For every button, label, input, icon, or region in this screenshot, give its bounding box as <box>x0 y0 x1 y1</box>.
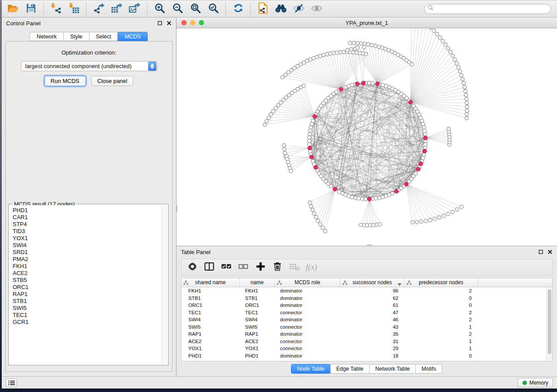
zoom-fit-button[interactable] <box>187 2 203 16</box>
table-row[interactable]: YOX1YOX1connector291 <box>181 345 547 352</box>
table-row[interactable]: SWI5SWI5connector431 <box>181 323 547 331</box>
first-neighbors-button[interactable] <box>273 2 289 16</box>
toolbar-separator <box>43 3 44 15</box>
task-history-button[interactable] <box>6 378 17 387</box>
mcds-result-item[interactable]: STP4 <box>13 221 167 228</box>
mcds-result-item[interactable]: ACE2 <box>13 270 167 277</box>
zoom-selected-button[interactable] <box>205 2 221 16</box>
network-canvas[interactable] <box>176 28 557 246</box>
refresh-layout-button[interactable] <box>230 2 246 16</box>
run-mcds-button[interactable]: Run MCDS <box>45 76 86 86</box>
shared-column-icon <box>343 280 347 286</box>
select-all-button[interactable] <box>221 261 232 273</box>
search-input[interactable] <box>436 6 547 12</box>
table-tab-motifs[interactable]: Motifs <box>415 364 442 374</box>
zoom-out-button[interactable] <box>170 2 185 16</box>
window-minimize-icon[interactable] <box>190 20 195 25</box>
table-row[interactable]: ORC1ORC1dominator610 <box>181 302 547 309</box>
delete-column-button[interactable] <box>272 261 283 273</box>
table-tab-network-table[interactable]: Network Table <box>369 364 416 374</box>
column-header-name[interactable]: name <box>240 278 275 287</box>
save-session-button[interactable] <box>23 2 39 16</box>
hide-graphics-details-button[interactable] <box>291 2 307 16</box>
window-close-icon[interactable] <box>181 20 187 25</box>
table-cell: SWI5 <box>240 324 275 330</box>
import-table-button[interactable] <box>66 2 82 16</box>
optimization-select[interactable]: largest connected component (undirected) <box>21 61 157 71</box>
mcds-result-item[interactable]: SWI5 <box>13 305 167 312</box>
table-tab-node-table[interactable]: Node Table <box>291 364 331 374</box>
export-image-button[interactable] <box>127 2 142 16</box>
close-panel-button[interactable]: Close panel <box>91 76 134 86</box>
control-panel-tab-style[interactable]: Style <box>63 32 90 41</box>
table-row[interactable]: PHD1PHD1dominator180 <box>181 352 547 360</box>
show-graphics-details-button[interactable] <box>309 2 325 16</box>
vertical-splitter-handle[interactable] <box>176 205 177 212</box>
mcds-result-item[interactable]: SRD1 <box>13 249 167 256</box>
table-row[interactable]: SWI4SWI4dominator462 <box>181 316 547 323</box>
mcds-result-item[interactable]: SWI4 <box>13 242 167 249</box>
close-table-panel-icon[interactable] <box>547 249 553 254</box>
mcds-result-item[interactable]: ORC1 <box>13 284 167 291</box>
save-icon <box>26 3 36 15</box>
mcds-result-item[interactable]: FKH1 <box>13 263 167 270</box>
mcds-result-item[interactable]: GCR1 <box>13 319 167 326</box>
table-row[interactable]: FKH1FKH1dominator962 <box>181 287 547 295</box>
column-header-shared-name[interactable]: shared name <box>181 278 240 287</box>
table-cell: YOX1 <box>181 346 240 351</box>
table-cell: 2 <box>405 317 478 322</box>
mcds-result-item[interactable]: PMA2 <box>13 256 167 263</box>
mcds-result-item[interactable]: RAP1 <box>13 291 167 298</box>
exportimg-icon <box>129 3 141 15</box>
selectall-icon <box>221 263 232 271</box>
window-zoom-icon[interactable] <box>199 20 204 25</box>
table-cell: connector <box>275 339 340 344</box>
table-cell: 2 <box>405 331 478 337</box>
mcds-result-item[interactable]: TEC1 <box>13 312 167 319</box>
mcds-result-item[interactable]: TID3 <box>13 228 167 235</box>
table-row[interactable]: STB1STB1dominator620 <box>181 295 547 302</box>
unselect-all-button[interactable] <box>238 261 249 273</box>
create-column-button[interactable] <box>255 261 266 273</box>
float-table-panel-icon[interactable] <box>538 249 543 254</box>
table-scrollbar-thumb[interactable] <box>548 289 551 354</box>
table-cell: 31 <box>340 339 405 344</box>
memory-button[interactable]: Memory <box>518 378 553 387</box>
table-cell: ACE2 <box>240 339 275 344</box>
table-row[interactable]: RAP1RAP1dominator352 <box>181 330 547 338</box>
table-cell: SWI4 <box>240 317 275 322</box>
mcds-result-item[interactable]: CAR1 <box>13 214 167 221</box>
shared-column-icon <box>277 280 282 286</box>
memory-status-icon <box>522 381 527 385</box>
export-table-button[interactable] <box>109 2 125 16</box>
zoom-in-button[interactable] <box>152 2 167 16</box>
show-column-panel-button[interactable] <box>204 261 215 273</box>
import-network-button[interactable] <box>48 2 64 16</box>
column-header-MCDS-role[interactable]: MCDS role <box>275 278 340 287</box>
horizontal-splitter-handle[interactable] <box>367 244 372 246</box>
search-box[interactable] <box>424 4 551 14</box>
column-header-predecessor-nodes[interactable]: predecessor nodes <box>405 278 478 287</box>
table-mode-button[interactable] <box>187 261 198 273</box>
table-row[interactable]: ACE2ACE2connector311 <box>181 338 547 345</box>
mcds-result-item[interactable]: YOX1 <box>13 235 167 242</box>
open-file-button[interactable] <box>5 2 21 16</box>
table-scrollbar[interactable] <box>547 287 552 361</box>
control-panel-tab-network[interactable]: Network <box>30 32 64 41</box>
column-header-successor-nodes[interactable]: successor nodes <box>340 278 405 287</box>
control-panel-tab-mcds[interactable]: MCDS <box>118 32 148 41</box>
search-icon <box>428 5 434 13</box>
mcds-result-item[interactable]: STB5 <box>13 277 167 284</box>
table-tab-edge-table[interactable]: Edge Table <box>330 364 370 374</box>
mcds-result-item[interactable]: STB1 <box>13 298 167 305</box>
table-row[interactable]: TEC1TEC1connector472 <box>181 309 547 316</box>
network-graph[interactable] <box>176 28 557 246</box>
float-panel-icon[interactable] <box>157 21 163 26</box>
close-panel-icon[interactable] <box>166 21 172 26</box>
new-network-from-selection-button[interactable] <box>255 2 271 16</box>
application-window: Control Panel NetworkStyleSelectMCDS Opt… <box>2 0 557 389</box>
control-panel-tab-select[interactable]: Select <box>89 32 118 41</box>
mcds-list-scrollbar[interactable] <box>162 205 167 364</box>
export-network-button[interactable] <box>91 2 107 16</box>
mcds-result-item[interactable]: PHD1 <box>13 207 167 214</box>
